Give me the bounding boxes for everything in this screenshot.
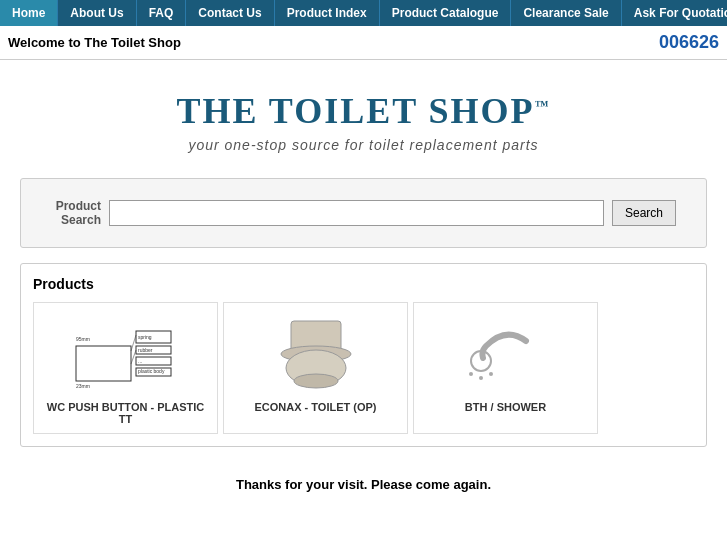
svg-point-18: [469, 372, 473, 376]
footer: Thanks for your visit. Please come again…: [20, 457, 707, 512]
svg-text:95mm: 95mm: [76, 336, 90, 342]
logo-title: THE TOILET SHOP™: [20, 90, 707, 132]
product-svg-3: [451, 316, 561, 391]
svg-point-20: [489, 372, 493, 376]
product-svg-1: spring rubber ... plastic body 95mm 23mm: [71, 316, 181, 391]
product-item[interactable]: spring rubber ... plastic body 95mm 23mm…: [33, 302, 218, 434]
product-image-3: [446, 313, 566, 393]
nav-faq[interactable]: FAQ: [137, 0, 187, 26]
product-image-1: spring rubber ... plastic body 95mm 23mm: [66, 313, 186, 393]
search-button[interactable]: Search: [612, 200, 676, 226]
welcome-bar: Welcome to The Toilet Shop 006626: [0, 26, 727, 60]
welcome-text: Welcome to The Toilet Shop: [8, 35, 181, 50]
logo-area: THE TOILET SHOP™ your one-stop source fo…: [20, 70, 707, 163]
product-svg-2: [261, 316, 371, 391]
nav-about[interactable]: About Us: [58, 0, 136, 26]
nav-contact[interactable]: Contact Us: [186, 0, 274, 26]
svg-text:rubber: rubber: [138, 347, 153, 353]
main-content: THE TOILET SHOP™ your one-stop source fo…: [0, 60, 727, 522]
navigation: Home About Us FAQ Contact Us Product Ind…: [0, 0, 727, 26]
footer-text: Thanks for your visit. Please come again…: [236, 477, 491, 492]
logo-tagline: your one-stop source for toilet replacem…: [20, 137, 707, 153]
svg-text:plastic body: plastic body: [138, 368, 165, 374]
nav-product-catalogue[interactable]: Product Catalogue: [380, 0, 512, 26]
nav-quotation[interactable]: Ask For Quotation: [622, 0, 727, 26]
svg-line-6: [131, 350, 136, 364]
svg-text:23mm: 23mm: [76, 383, 90, 389]
svg-rect-0: [76, 346, 131, 381]
product-image-2: [256, 313, 376, 393]
product-item-2[interactable]: ECONAX - TOILET (OP): [223, 302, 408, 434]
svg-point-19: [479, 376, 483, 380]
products-section: Products spring rubber: [20, 263, 707, 447]
svg-text:...: ...: [138, 358, 142, 364]
search-container: ProductSearch Search: [20, 178, 707, 248]
products-grid: spring rubber ... plastic body 95mm 23mm…: [33, 302, 694, 434]
product-name-2: ECONAX - TOILET (OP): [254, 401, 376, 413]
visitor-count: 006626: [659, 32, 719, 53]
nav-clearance[interactable]: Clearance Sale: [511, 0, 621, 26]
search-row: ProductSearch Search: [51, 199, 676, 227]
nav-home[interactable]: Home: [0, 0, 58, 26]
svg-point-16: [294, 374, 338, 388]
svg-line-5: [131, 335, 136, 351]
products-title: Products: [33, 276, 694, 292]
svg-text:spring: spring: [138, 334, 152, 340]
product-name-3: BTH / SHOWER: [465, 401, 546, 413]
search-label: ProductSearch: [51, 199, 101, 227]
search-input[interactable]: [109, 200, 604, 226]
nav-product-index[interactable]: Product Index: [275, 0, 380, 26]
product-item-3[interactable]: BTH / SHOWER: [413, 302, 598, 434]
logo-tm: ™: [535, 98, 551, 113]
product-name-1: WC PUSH BUTTON - PLASTIC TT: [39, 401, 212, 425]
